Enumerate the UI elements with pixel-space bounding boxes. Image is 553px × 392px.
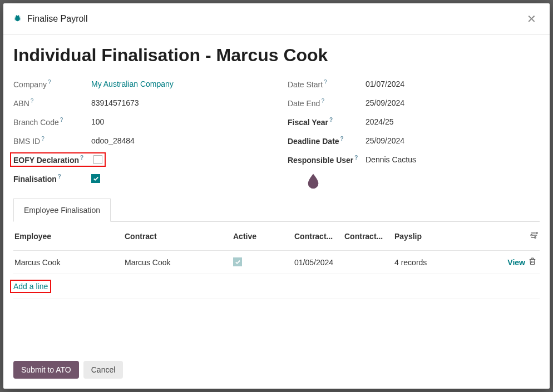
abn-label: ABN? xyxy=(13,98,91,108)
finalisation-label: Finalisation? xyxy=(13,173,91,183)
help-icon[interactable]: ? xyxy=(80,155,83,161)
date-end-value: 25/09/2024 xyxy=(366,98,404,107)
tab-employee-finalisation[interactable]: Employee Finalisation xyxy=(13,199,111,222)
help-icon[interactable]: ? xyxy=(340,136,344,142)
cell-active xyxy=(233,251,294,274)
th-contract[interactable]: Contract xyxy=(125,222,233,251)
form-grid: Company? My Australian Company ABN? 8391… xyxy=(13,75,540,190)
modal-title: Finalise Payroll xyxy=(27,14,524,24)
trash-icon[interactable] xyxy=(529,258,536,267)
abn-value: 83914571673 xyxy=(91,98,139,107)
bms-id-label: BMS ID? xyxy=(13,136,91,146)
close-icon: ✕ xyxy=(527,13,536,25)
svg-point-3 xyxy=(531,235,532,236)
modal-body: Individual Finalisation - Marcus Cook Co… xyxy=(3,35,550,353)
cell-contract-end xyxy=(344,251,394,274)
tabs: Employee Finalisation xyxy=(13,198,540,221)
modal-footer: Submit to ATO Cancel xyxy=(3,353,550,389)
add-line-link[interactable]: Add a line xyxy=(13,282,48,291)
date-end-label: Date End? xyxy=(288,98,366,108)
th-contract-start[interactable]: Contract... xyxy=(294,222,344,251)
employee-table: Employee Contract Active Contract... Con… xyxy=(13,221,540,321)
finalise-payroll-modal: Finalise Payroll ✕ Individual Finalisati… xyxy=(3,3,550,389)
modal-header: Finalise Payroll ✕ xyxy=(3,3,550,35)
svg-point-5 xyxy=(535,237,536,239)
help-icon[interactable]: ? xyxy=(41,136,45,142)
date-start-label: Date Start? xyxy=(288,79,366,89)
page-title: Individual Finalisation - Marcus Cook xyxy=(13,45,540,66)
svg-point-1 xyxy=(536,232,537,234)
eofy-checkbox[interactable] xyxy=(93,155,102,164)
form-col-right: Date Start? 01/07/2024 Date End? 25/09/2… xyxy=(288,75,540,190)
help-icon[interactable]: ? xyxy=(329,117,333,123)
fiscal-year-label: Fiscal Year? xyxy=(288,117,366,127)
table-settings-icon[interactable] xyxy=(529,222,540,251)
deadline-label: Deadline Date? xyxy=(288,136,366,146)
branch-code-value: 100 xyxy=(91,117,104,126)
branch-code-label: Branch Code? xyxy=(13,117,91,127)
cancel-button[interactable]: Cancel xyxy=(83,361,124,379)
eofy-highlight: EOFY Declaration? xyxy=(10,152,106,167)
cell-contract: Marcus Cook xyxy=(125,251,233,274)
form-col-left: Company? My Australian Company ABN? 8391… xyxy=(13,75,265,190)
add-line-highlight: Add a line xyxy=(10,280,51,293)
help-icon[interactable]: ? xyxy=(60,117,63,123)
date-start-value: 01/07/2024 xyxy=(366,80,404,88)
finalisation-checkbox[interactable] xyxy=(91,174,100,183)
th-payslip[interactable]: Payslip xyxy=(394,222,506,251)
th-active[interactable]: Active xyxy=(233,222,294,251)
help-icon[interactable]: ? xyxy=(58,173,61,180)
eofy-label: EOFY Declaration? xyxy=(13,155,83,165)
th-employee[interactable]: Employee xyxy=(13,222,125,251)
help-icon[interactable]: ? xyxy=(321,98,324,104)
deadline-value: 25/09/2024 xyxy=(366,136,404,145)
help-icon[interactable]: ? xyxy=(354,155,358,161)
responsible-label: Responsible User? xyxy=(288,155,366,165)
th-contract-end[interactable]: Contract... xyxy=(344,222,394,251)
company-label: Company? xyxy=(13,79,91,89)
bms-id-value: odoo_28484 xyxy=(91,136,135,145)
submit-to-ato-button[interactable]: Submit to ATO xyxy=(13,361,79,379)
responsible-value: Dennis Cactus xyxy=(366,155,416,164)
bug-icon[interactable] xyxy=(13,14,22,24)
cell-employee: Marcus Cook xyxy=(13,251,125,274)
table-row[interactable]: Marcus Cook Marcus Cook 01/05/2024 4 rec… xyxy=(13,251,540,274)
active-checkbox-readonly xyxy=(233,257,242,266)
cell-contract-start: 01/05/2024 xyxy=(294,251,344,274)
view-link[interactable]: View xyxy=(507,258,525,267)
cell-payslip: 4 records xyxy=(394,251,506,274)
help-icon[interactable]: ? xyxy=(324,79,327,85)
close-button[interactable]: ✕ xyxy=(524,11,540,27)
fiscal-year-value: 2024/25 xyxy=(366,117,394,126)
add-line-row: Add a line xyxy=(13,274,540,299)
company-value[interactable]: My Australian Company xyxy=(91,80,174,88)
help-icon[interactable]: ? xyxy=(31,98,34,104)
drop-icon xyxy=(304,172,322,190)
help-icon[interactable]: ? xyxy=(48,79,51,85)
